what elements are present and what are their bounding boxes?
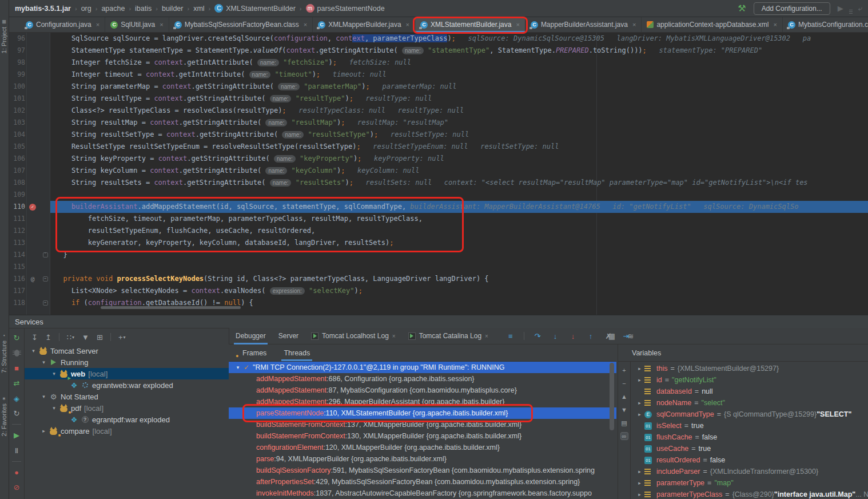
code-line[interactable]: 112 resultSetTypeEnum, flushCache, useCa… — [9, 225, 868, 237]
tree-chevron-icon[interactable]: ▸ — [635, 492, 644, 497]
step-out-icon[interactable]: ↑ — [586, 331, 595, 340]
stack-frame[interactable]: addMappedStatement:686, Configuration {o… — [229, 373, 616, 385]
tab-close-icon[interactable]: × — [485, 333, 488, 339]
service-tree-item[interactable]: ▾⚙Not Started — [25, 391, 229, 402]
tab-close-icon[interactable]: × — [632, 21, 636, 28]
code-line[interactable]: 107 String keyColumn = context.getString… — [9, 165, 868, 177]
breadcrumb-item[interactable]: org — [81, 5, 91, 13]
tool-window-button-project[interactable]: 1: Project▦ — [1, 19, 7, 53]
add-watch-icon[interactable]: + — [620, 366, 628, 374]
debugger-tab[interactable]: Tomcat Catalina Log× — [402, 328, 495, 344]
stack-frame[interactable]: buildStatementFromContext:130, XMLMapper… — [229, 430, 616, 442]
code-line[interactable]: 102 Class<?> resultTypeClass = resolveCl… — [9, 105, 868, 117]
pause-icon[interactable]: Ⅱ — [12, 446, 21, 455]
tree-chevron-icon[interactable]: ▸ — [39, 428, 48, 434]
editor-tab[interactable]: CMapperBuilderAssistant.java× — [525, 17, 642, 32]
stack-frame[interactable]: parse:94, XMLMapperBuilder {org.apache.i… — [229, 453, 616, 465]
stack-frame[interactable]: buildSqlSessionFactory:591, MybatisSqlSe… — [229, 465, 616, 476]
fold-icon[interactable]: − — [43, 276, 48, 282]
view-breakpoints-icon[interactable]: ● — [12, 468, 21, 477]
code-line[interactable]: 103 String resultMap = context.getString… — [9, 117, 868, 129]
service-tree-item[interactable]: ▾Running — [25, 357, 229, 368]
code-line[interactable]: 98 Integer fetchSize = context.getIntAtt… — [9, 57, 868, 69]
debug-rerun-icon[interactable] — [12, 348, 21, 358]
variable-row[interactable]: 01resultOrdered=false — [631, 454, 868, 466]
variable-row[interactable]: 01isSelect=true — [631, 420, 868, 431]
deploy-icon[interactable]: ⇄ — [12, 379, 21, 388]
code-line[interactable]: 113 keyGenerator, keyProperty, keyColumn… — [9, 237, 868, 249]
breakpoint-gutter[interactable]: ✓ — [25, 201, 40, 213]
breadcrumb-item[interactable]: apache — [101, 5, 125, 13]
breadcrumb-project[interactable]: mybatis-3.5.1.jar — [15, 5, 71, 13]
build-hammer-icon[interactable]: ⚒ — [738, 3, 746, 14]
refresh-icon[interactable]: ↻ — [12, 409, 21, 418]
evaluate-expression-icon[interactable]: ▦ — [607, 332, 616, 341]
breakpoint-icon[interactable]: ✓ — [29, 204, 36, 211]
frames-scrollbar[interactable] — [610, 363, 614, 430]
duplicate-watch-icon[interactable]: ▤ — [620, 419, 628, 427]
stack-frame[interactable]: addMappedStatement:87, MybatisConfigurat… — [229, 385, 616, 396]
variable-row[interactable]: ▸EsqlCommandType={S qlCommandType@15299}… — [631, 409, 868, 420]
service-tree-item[interactable]: ❖egrantweb:war exploded — [25, 379, 229, 391]
code-line[interactable]: 97 StatementType statementType = Stateme… — [9, 45, 868, 57]
group-by-icon[interactable]: ∷▾ — [67, 333, 74, 342]
subtab-frames[interactable]: ●Frames — [242, 344, 266, 361]
variable-row[interactable]: 01useCache=true — [631, 443, 868, 454]
editor-tab[interactable]: CXMLMapperBuilder.java× — [313, 17, 415, 32]
tree-chevron-icon[interactable]: ▸ — [635, 411, 644, 417]
fold-slot[interactable]: − — [40, 297, 50, 309]
code-line[interactable]: 111 fetchSize, timeout, parameterMap, pa… — [9, 213, 868, 225]
code-line[interactable]: 108 String resultSets = context.getStrin… — [9, 177, 868, 189]
filter-icon[interactable]: ▼ — [82, 333, 89, 342]
variable-row[interactable]: ▸this={XMLStatementBuilder@15297} — [631, 363, 868, 374]
tab-close-icon[interactable]: × — [160, 21, 163, 28]
breadcrumb-method-item[interactable]: mparseStatementNode — [306, 4, 385, 13]
mute-breakpoints-icon[interactable]: ⊘ — [12, 483, 21, 492]
tree-chevron-icon[interactable]: ▸ — [635, 480, 644, 486]
breadcrumb-class-item[interactable]: CXMLStatementBuilder — [214, 4, 296, 13]
add-configuration-button[interactable]: Add Configuration... — [754, 2, 830, 15]
editor-tab[interactable]: CXMLStatementBuilder.java× — [415, 17, 525, 32]
editor-tab[interactable]: CSqlUtil.java× — [105, 17, 169, 32]
code-line[interactable]: 100 String parameterMap = context.getStr… — [9, 81, 868, 93]
code-line[interactable]: 106 String keyProperty = context.getStri… — [9, 153, 868, 165]
tree-chevron-icon[interactable]: ▸ — [635, 469, 644, 474]
move-watch-up-icon[interactable]: ▲ — [620, 393, 628, 401]
breadcrumb-item[interactable]: xml — [193, 5, 204, 13]
code-editor[interactable]: 96 SqlSource sqlSource = langDriver.crea… — [9, 33, 868, 315]
tab-close-icon[interactable]: × — [96, 21, 99, 28]
hamburger-menu-icon[interactable]: ≡ — [506, 331, 515, 340]
variable-row[interactable]: 01flushCache=false — [631, 431, 868, 443]
move-watch-down-icon[interactable]: ▼ — [620, 406, 628, 414]
code-line[interactable]: 114ˆ } — [9, 249, 868, 261]
step-over-icon[interactable]: ↷ — [533, 331, 542, 340]
service-tree-item[interactable]: ▾Tomcat Server — [25, 345, 229, 357]
code-line[interactable]: 109 — [9, 189, 868, 201]
editor-tab[interactable]: CMybatisSqlSessionFactoryBean.class× — [169, 17, 313, 32]
code-line[interactable]: 115 — [9, 261, 868, 273]
code-line[interactable]: 99 Integer timeout = context.getIntAttri… — [9, 69, 868, 81]
add-service-icon[interactable]: +▾ — [118, 333, 126, 342]
breadcrumb-item[interactable]: ibatis — [135, 5, 152, 13]
code-line[interactable]: 104 String resultSetType = context.getSt… — [9, 129, 868, 141]
force-step-into-icon[interactable]: ↓ — [568, 331, 578, 340]
remove-watch-icon[interactable]: − — [620, 379, 628, 387]
tree-chevron-icon[interactable]: ▾ — [39, 359, 48, 365]
tab-close-icon[interactable]: × — [406, 21, 409, 28]
breadcrumb-item[interactable]: builder — [162, 5, 184, 13]
update-resources-icon[interactable]: ◈ — [12, 394, 21, 403]
fold-slot[interactable]: − — [40, 273, 50, 285]
stack-frame[interactable]: configurationElement:120, XMLMapperBuild… — [229, 442, 616, 453]
show-watches-icon[interactable]: ∞ — [620, 432, 628, 440]
code-line[interactable]: 110✓ builderAssistant.addMappedStatement… — [9, 201, 868, 213]
stack-frame[interactable]: invokeInitMethods:1837, AbstractAutowire… — [229, 488, 616, 499]
rerun-icon[interactable]: ↻ — [12, 333, 21, 342]
tool-window-button-favorites[interactable]: 2: Favorites★ — [1, 396, 7, 436]
debugger-tab[interactable]: Debugger — [229, 328, 272, 344]
tree-chevron-icon[interactable]: ▸ — [635, 377, 644, 383]
step-into-icon[interactable]: ↓ — [551, 331, 560, 340]
tree-chevron-icon[interactable]: ▾ — [50, 371, 58, 377]
code-line[interactable]: 105 ResultSetType resultSetTypeEnum = re… — [9, 141, 868, 153]
service-tree-item[interactable]: ❖?egrantpdf:war exploded — [25, 414, 229, 425]
tool-window-button-structure[interactable]: 7: Structure▪ — [1, 333, 7, 373]
